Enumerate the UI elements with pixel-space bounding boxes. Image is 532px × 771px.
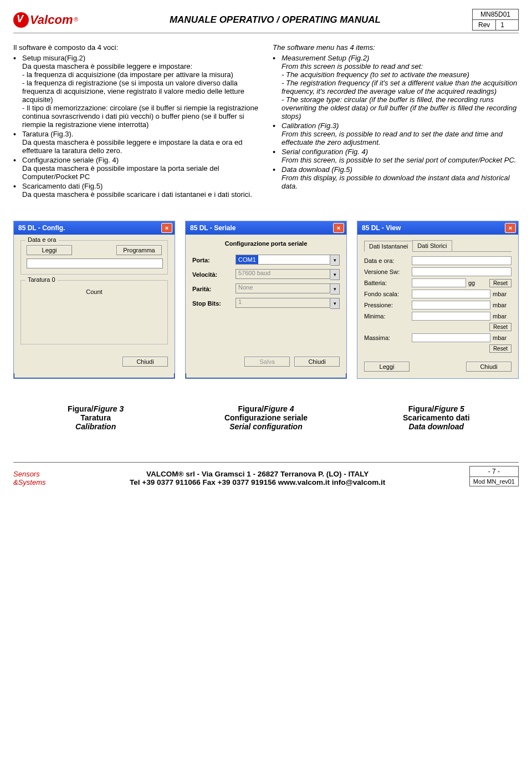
chevron-down-icon: ▾ [330, 283, 340, 295]
window-seriale: 85 DL - Seriale × Configurazione porta s… [185, 221, 347, 379]
intro-text: Il software è composto da 4 voci: [13, 43, 259, 52]
caption-it: Scaricamento dati [354, 413, 519, 422]
caption-title: Figura/Figure 4 [238, 404, 294, 413]
page-header: Valcom® MANUALE OPERATIVO / OPERATING MA… [13, 9, 519, 33]
minima-label: Minima: [364, 313, 410, 319]
list-item: Measurement Setup (Fig.2) From this scre… [273, 54, 519, 120]
close-icon[interactable]: × [161, 223, 172, 233]
salva-button[interactable]: Salva [244, 357, 290, 367]
porta-combo[interactable]: COM1▾ [236, 255, 340, 266]
reset-button[interactable]: Reset [489, 323, 511, 331]
velocita-combo[interactable]: 57600 baud▾ [236, 269, 340, 280]
groupbox-taratura: Taratura 0 Count [21, 280, 168, 344]
list-item: Data download (Fig.5) From this display,… [273, 165, 519, 190]
list-item: Calibration (Fig.3) From this screen, is… [273, 121, 519, 146]
close-icon[interactable]: × [505, 223, 516, 233]
item-body: From this screen, is possible to set the… [282, 156, 516, 164]
item-title: Serial configuration (Fig. 4) [282, 148, 368, 156]
minima-value [412, 312, 490, 321]
unit-gg: gg [468, 280, 487, 286]
porta-label: Porta: [192, 257, 231, 263]
page-number: - 7 - [469, 466, 519, 476]
dataora-value [412, 256, 511, 265]
item-body: Da questa maschera è possibile scaricare… [22, 190, 252, 199]
versione-label: Versione Sw: [364, 268, 410, 275]
caption-it: Configurazione seriale [183, 413, 348, 422]
list-item: Taratura (Fig.3). Da questa maschera è p… [13, 130, 259, 155]
batteria-value [412, 278, 466, 287]
logo-mark-icon [13, 12, 29, 28]
registered-icon: ® [74, 17, 78, 23]
reset-button[interactable]: Reset [489, 344, 511, 353]
caption-3: Figura/Figure 3 Taratura Calibration [13, 404, 178, 431]
figure-captions: Figura/Figure 3 Taratura Calibration Fig… [13, 404, 519, 431]
versione-value [412, 267, 511, 276]
intro-text: The software menu has 4 items: [273, 43, 519, 52]
item-body: From this screen is possible to read and… [282, 62, 517, 120]
dataora-label: Data e ora: [364, 257, 410, 264]
footer-address: VALCOM® srl - Via Gramsci 1 - 26827 Terr… [55, 470, 461, 486]
item-title: Scaricamento dati (Fig.5) [22, 182, 103, 190]
leggi-button[interactable]: Leggi [364, 362, 410, 372]
close-icon[interactable]: × [333, 223, 344, 233]
parita-combo[interactable]: None▾ [236, 283, 340, 295]
window-view: 85 DL - View × Dati Istantanei Dati Stor… [357, 221, 519, 379]
chevron-down-icon[interactable]: ▾ [330, 255, 340, 266]
velocita-value: 57600 baud [236, 269, 330, 279]
batteria-label: Batteria: [364, 280, 410, 286]
logo-text: Valcom [30, 13, 73, 27]
tab-dati-istantanei[interactable]: Dati Istantanei [364, 241, 413, 252]
chevron-down-icon: ▾ [330, 269, 340, 280]
italian-column: Il software è composto da 4 voci: Setup … [13, 43, 259, 201]
footer-line1: VALCOM® srl - Via Gramsci 1 - 26827 Terr… [55, 470, 461, 478]
massima-value [412, 333, 490, 342]
doc-id: MN85D01 [473, 9, 518, 20]
item-title: Taratura (Fig.3). [22, 130, 73, 138]
reset-button[interactable]: Reset [489, 279, 511, 287]
titlebar[interactable]: 85 DL - View × [357, 221, 518, 235]
window-title: 85 DL - Config. [18, 224, 65, 232]
stopbits-value: 1 [236, 298, 330, 308]
unit-mbar: mbar [493, 334, 511, 341]
caption-5: Figura/Figure 5 Scaricamento dati Data d… [354, 404, 519, 431]
item-body: From this screen, is possible to read an… [282, 130, 503, 146]
tab-dati-storici[interactable]: Dati Storici [412, 240, 452, 251]
parita-value: None [236, 283, 330, 293]
dialog-heading: Configurazione porta seriale [192, 240, 340, 247]
caption-title: Figura/Figure 5 [408, 404, 464, 413]
stopbits-combo[interactable]: 1▾ [236, 298, 340, 309]
item-title: Data download (Fig.5) [282, 165, 352, 174]
group-title: Taratura 0 [25, 276, 58, 283]
caption-title: Figura/Figure 3 [68, 404, 124, 413]
footer-line2: Tel +39 0377 911066 Fax +39 0377 919156 … [55, 478, 461, 486]
fondoscala-label: Fondo scala: [364, 291, 410, 297]
window-config: 85 DL - Config. × Data e ora Leggi Progr… [13, 221, 175, 379]
titlebar[interactable]: 85 DL - Config. × [14, 221, 175, 235]
chiudi-button[interactable]: Chiudi [466, 362, 511, 372]
list-item: Scaricamento dati (Fig.5) Da questa masc… [13, 182, 259, 199]
pressione-value [412, 301, 490, 310]
velocita-label: Velocità: [192, 271, 231, 278]
datetime-input[interactable] [27, 258, 163, 268]
programma-button[interactable]: Programma [116, 245, 162, 255]
logo: Valcom® [13, 12, 78, 28]
chiudi-button[interactable]: Chiudi [122, 357, 168, 367]
rev-number: 1 [496, 20, 509, 30]
groupbox-datetime: Data e ora Leggi Programma [21, 240, 168, 275]
english-column: The software menu has 4 items: Measureme… [273, 43, 519, 201]
item-title: Setup misura(Fig.2) [22, 54, 85, 62]
list-item: Configurazione seriale (Fig. 4) Da quest… [13, 156, 259, 181]
leggi-button[interactable]: Leggi [27, 245, 72, 255]
window-title: 85 DL - Seriale [190, 224, 236, 232]
group-title: Data e ora [25, 236, 58, 243]
mod-number: Mod MN_rev01 [469, 476, 519, 486]
item-body: Da questa maschera è possibile leggere e… [22, 62, 258, 129]
titlebar[interactable]: 85 DL - Seriale × [186, 221, 346, 235]
fondoscala-value [412, 290, 490, 298]
caption-en: Calibration [13, 422, 178, 431]
item-body: From this display, is possible to downlo… [282, 174, 510, 190]
screenshot-row: 85 DL - Config. × Data e ora Leggi Progr… [13, 221, 519, 379]
chiudi-button[interactable]: Chiudi [294, 357, 340, 367]
parita-label: Parità: [192, 286, 231, 292]
tab-bar: Dati Istantanei Dati Storici [364, 240, 511, 252]
